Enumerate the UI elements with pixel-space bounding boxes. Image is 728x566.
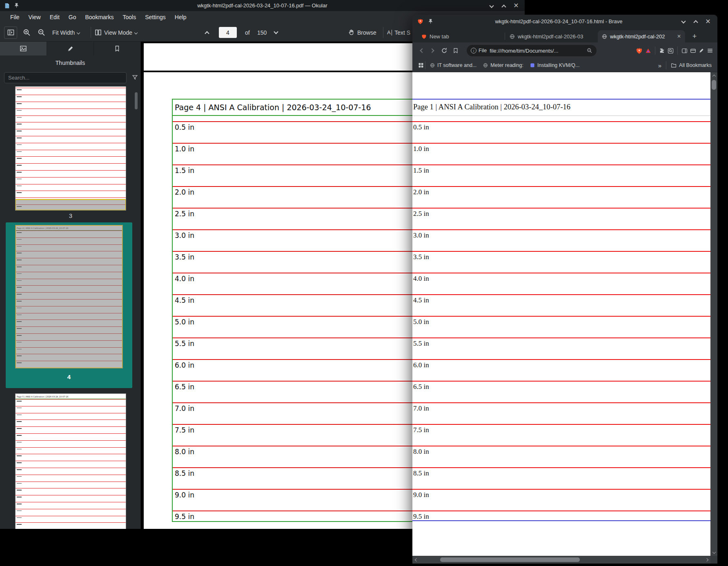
tab-html-1[interactable]: wkgtk-html2pdf-cal-2026-03	[505, 30, 597, 42]
thumbnail-number: 3	[15, 212, 126, 219]
file-scheme-chip[interactable]: i File	[471, 48, 487, 53]
toolbar-separator	[655, 47, 655, 55]
leo-pencil-icon[interactable]	[699, 48, 704, 53]
thumbnail-page-4[interactable]: Page 4 | ANSI A Calibration | 2026-03-24…	[15, 225, 123, 368]
menu-hamburger-icon[interactable]	[707, 47, 713, 54]
okular-sidebar: Thumbnails 3 Page 4 | ANSI A Calibration…	[0, 42, 141, 529]
tab-close-icon[interactable]: ✕	[677, 33, 681, 39]
tab-new-tab[interactable]: New tab	[417, 30, 504, 42]
filter-icon[interactable]	[132, 74, 138, 80]
horizontal-scrollbar[interactable]	[412, 556, 710, 564]
bookmark-item-1[interactable]: IT software and...	[427, 62, 480, 68]
toolbar-separator	[383, 27, 383, 38]
viewport-indicator[interactable]	[15, 199, 126, 211]
view-mode-dropdown[interactable]: View Mode	[95, 23, 137, 42]
tab-thumbnails[interactable]	[0, 42, 47, 55]
scroll-up-icon[interactable]	[710, 72, 717, 78]
ruler-label: 9.0 in	[412, 490, 710, 499]
menu-item[interactable]: File	[6, 12, 24, 22]
menu-item[interactable]: Help	[170, 12, 191, 22]
bookmark-item-3[interactable]: Installing KVM/Q...	[527, 62, 583, 68]
ruler-label: 6.5 in	[412, 382, 710, 391]
vertical-scrollbar[interactable]	[710, 72, 717, 556]
globe-favicon	[602, 34, 607, 39]
minimize-icon[interactable]	[680, 18, 687, 25]
zoom-out-icon[interactable]	[38, 29, 45, 36]
brave-shields-icon[interactable]	[636, 47, 643, 54]
ruler-row: 6.0 in	[412, 359, 710, 381]
ruler-row: 8.0 in	[412, 446, 710, 467]
menu-item[interactable]: Settings	[140, 12, 170, 22]
back-icon[interactable]	[416, 45, 427, 56]
fit-width-dropdown[interactable]: Fit Width	[52, 23, 80, 42]
menu-item[interactable]: Tools	[118, 12, 141, 22]
scroll-down-icon[interactable]	[710, 550, 717, 556]
ruler-row: 0.5 in	[412, 121, 710, 143]
html-page-header: Page 1 | ANSI A Calibration | 2026-03-24…	[412, 100, 710, 116]
tab-label: New tab	[430, 33, 449, 40]
url-field[interactable]: i File file:///home/tim/Documents/...	[467, 45, 597, 56]
bookmarks-overflow-chevron[interactable]: »	[655, 62, 665, 69]
tab-annotations[interactable]	[47, 42, 94, 55]
tab-label: wkgtk-html2pdf-cal-2026-03	[518, 33, 583, 40]
browse-tool-button[interactable]: Browse	[348, 23, 376, 42]
globe-favicon	[430, 63, 435, 68]
maximize-icon[interactable]	[500, 2, 508, 9]
thumbnail-selected-frame: Page 4 | ANSI A Calibration | 2026-03-24…	[6, 222, 132, 388]
thumbnail-page-3[interactable]	[15, 87, 126, 211]
brave-rewards-icon[interactable]	[645, 48, 651, 54]
zoom-in-icon[interactable]	[23, 29, 31, 36]
new-tab-button[interactable]: +	[689, 31, 700, 42]
text-selection-label: Text S	[394, 29, 410, 36]
text-selection-button[interactable]: A Text S	[387, 23, 410, 42]
extensions-puzzle-icon[interactable]	[659, 48, 665, 54]
tab-bookmarks[interactable]	[94, 42, 140, 55]
ruler-label: 1.0 in	[412, 144, 710, 153]
thumbnails-icon	[20, 45, 27, 52]
horizontal-scroll-thumb[interactable]	[440, 557, 580, 562]
menu-item[interactable]: Bookmarks	[80, 12, 118, 22]
bookmarks-separator	[425, 61, 425, 69]
reload-icon[interactable]	[439, 45, 450, 56]
brave-window: wkgtk-html2pdf-cal-2026-03-24_10-07-16.h…	[412, 15, 717, 564]
tab-html-2-active[interactable]: wkgtk-html2pdf-cal-202 ✕	[598, 30, 685, 42]
menu-item[interactable]: Go	[64, 12, 81, 22]
viewport-indicator[interactable]	[15, 225, 123, 368]
view-mode-label: View Mode	[104, 29, 132, 36]
search-tool-icon[interactable]	[668, 48, 674, 54]
close-icon[interactable]: ✕	[512, 2, 520, 9]
ruler-label: 8.0 in	[412, 446, 710, 456]
wallet-card-icon[interactable]	[690, 48, 696, 54]
ruler-label: 1.5 in	[412, 165, 710, 175]
sidebar-panel-icon[interactable]	[681, 48, 688, 54]
zoom-page-icon[interactable]	[587, 48, 592, 53]
ruler-row: 7.0 in	[412, 402, 710, 424]
vertical-scroll-thumb[interactable]	[712, 80, 716, 90]
thumbnail-search-input[interactable]	[4, 72, 127, 83]
bookmark-icon	[114, 45, 120, 52]
forward-icon[interactable]	[427, 45, 439, 56]
page-down-icon[interactable]	[274, 30, 278, 35]
toolbar-separator	[91, 27, 91, 38]
page-number-input[interactable]: 4	[219, 27, 237, 38]
scroll-left-icon[interactable]	[412, 556, 419, 564]
thumbnail-scrollbar[interactable]	[135, 92, 138, 109]
all-bookmarks-button[interactable]: All Bookmarks	[668, 62, 715, 68]
apps-grid-icon[interactable]	[418, 62, 424, 68]
bookmark-flag-icon[interactable]	[450, 45, 461, 56]
close-icon[interactable]: ✕	[704, 18, 712, 25]
scroll-right-icon[interactable]	[704, 556, 710, 564]
thumbnail-number: 4	[6, 373, 132, 380]
menu-item[interactable]: Edit	[45, 12, 64, 22]
ruler-row: 9.5 in	[412, 511, 710, 521]
thumbnail-page-5[interactable]: Page 5 | ANSI A Calibration | 2026-03-24…	[15, 393, 126, 529]
ruler-label: 5.5 in	[412, 338, 710, 348]
maximize-icon[interactable]	[692, 18, 699, 25]
menu-item[interactable]: View	[24, 12, 45, 22]
page-up-icon[interactable]	[205, 30, 209, 35]
minimize-icon[interactable]	[488, 2, 495, 9]
sidebar-toggle-icon[interactable]	[4, 27, 17, 39]
ruler-row: 7.5 in	[412, 424, 710, 446]
pin-icon[interactable]	[428, 19, 433, 24]
bookmark-item-2[interactable]: Meter reading:	[480, 62, 527, 68]
